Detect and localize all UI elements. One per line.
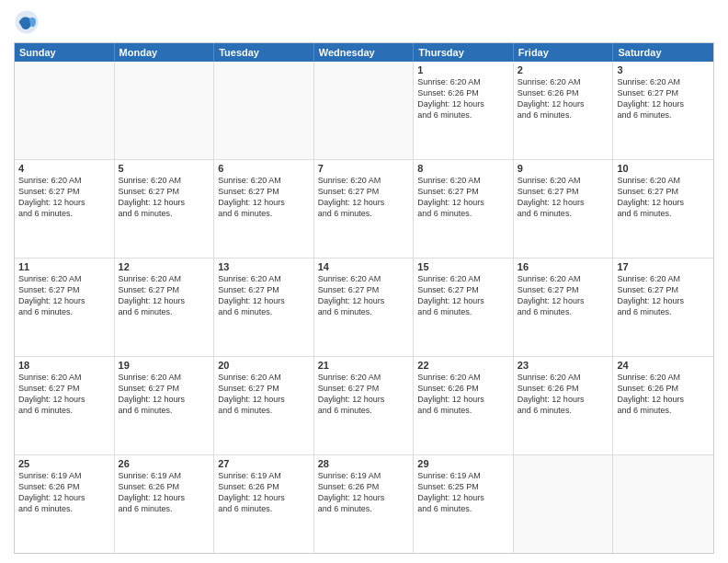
calendar-cell — [214, 62, 314, 159]
day-number: 26 — [119, 458, 210, 469]
day-number: 16 — [518, 261, 609, 272]
day-number: 27 — [218, 458, 310, 469]
day-info: Sunrise: 6:20 AM Sunset: 6:27 PM Dayligh… — [617, 175, 710, 220]
day-info: Sunrise: 6:20 AM Sunset: 6:27 PM Dayligh… — [318, 372, 410, 417]
calendar-day-header: Saturday — [613, 43, 713, 62]
day-number: 18 — [18, 360, 110, 371]
day-info: Sunrise: 6:20 AM Sunset: 6:27 PM Dayligh… — [18, 273, 110, 318]
day-info: Sunrise: 6:20 AM Sunset: 6:27 PM Dayligh… — [18, 175, 110, 220]
day-number: 10 — [617, 163, 710, 174]
day-info: Sunrise: 6:19 AM Sunset: 6:26 PM Dayligh… — [218, 470, 310, 515]
day-info: Sunrise: 6:20 AM Sunset: 6:27 PM Dayligh… — [417, 175, 509, 220]
day-number: 21 — [318, 360, 410, 371]
calendar-day-header: Thursday — [414, 43, 514, 62]
day-info: Sunrise: 6:20 AM Sunset: 6:27 PM Dayligh… — [617, 273, 710, 318]
day-number: 14 — [318, 261, 410, 272]
calendar-cell: 1Sunrise: 6:20 AM Sunset: 6:26 PM Daylig… — [414, 62, 514, 159]
day-info: Sunrise: 6:20 AM Sunset: 6:27 PM Dayligh… — [119, 372, 210, 417]
calendar-cell — [314, 62, 415, 159]
day-info: Sunrise: 6:20 AM Sunset: 6:27 PM Dayligh… — [518, 175, 609, 220]
day-info: Sunrise: 6:20 AM Sunset: 6:27 PM Dayligh… — [218, 372, 310, 417]
day-number: 13 — [218, 261, 310, 272]
calendar-cell: 23Sunrise: 6:20 AM Sunset: 6:26 PM Dayli… — [514, 357, 614, 454]
day-info: Sunrise: 6:20 AM Sunset: 6:26 PM Dayligh… — [417, 76, 509, 121]
calendar-cell: 27Sunrise: 6:19 AM Sunset: 6:26 PM Dayli… — [214, 455, 314, 553]
calendar-cell: 24Sunrise: 6:20 AM Sunset: 6:26 PM Dayli… — [613, 357, 713, 454]
calendar-cell — [15, 62, 115, 159]
day-info: Sunrise: 6:20 AM Sunset: 6:27 PM Dayligh… — [318, 175, 410, 220]
calendar-cell: 18Sunrise: 6:20 AM Sunset: 6:27 PM Dayli… — [15, 357, 115, 454]
day-info: Sunrise: 6:19 AM Sunset: 6:26 PM Dayligh… — [318, 470, 410, 515]
day-info: Sunrise: 6:20 AM Sunset: 6:27 PM Dayligh… — [617, 76, 710, 121]
calendar-day-header: Monday — [115, 43, 215, 62]
day-number: 5 — [119, 163, 210, 174]
calendar-cell: 3Sunrise: 6:20 AM Sunset: 6:27 PM Daylig… — [613, 62, 713, 159]
day-number: 9 — [518, 163, 609, 174]
day-info: Sunrise: 6:20 AM Sunset: 6:27 PM Dayligh… — [18, 372, 110, 417]
day-number: 28 — [318, 458, 410, 469]
calendar-cell: 16Sunrise: 6:20 AM Sunset: 6:27 PM Dayli… — [514, 259, 614, 356]
calendar-cell: 25Sunrise: 6:19 AM Sunset: 6:26 PM Dayli… — [15, 455, 115, 553]
calendar-cell: 9Sunrise: 6:20 AM Sunset: 6:27 PM Daylig… — [514, 160, 614, 258]
calendar-cell: 17Sunrise: 6:20 AM Sunset: 6:27 PM Dayli… — [613, 259, 713, 356]
day-info: Sunrise: 6:20 AM Sunset: 6:26 PM Dayligh… — [417, 372, 509, 417]
day-info: Sunrise: 6:20 AM Sunset: 6:26 PM Dayligh… — [617, 372, 710, 417]
day-number: 22 — [417, 360, 509, 371]
day-number: 17 — [617, 261, 710, 272]
day-info: Sunrise: 6:20 AM Sunset: 6:26 PM Dayligh… — [518, 372, 609, 417]
calendar-cell: 26Sunrise: 6:19 AM Sunset: 6:26 PM Dayli… — [115, 455, 215, 553]
calendar-cell: 12Sunrise: 6:20 AM Sunset: 6:27 PM Dayli… — [115, 259, 215, 356]
day-number: 7 — [318, 163, 410, 174]
day-number: 12 — [119, 261, 210, 272]
calendar-row: 4Sunrise: 6:20 AM Sunset: 6:27 PM Daylig… — [15, 159, 713, 258]
calendar-day-header: Sunday — [15, 43, 115, 62]
day-info: Sunrise: 6:19 AM Sunset: 6:26 PM Dayligh… — [18, 470, 110, 515]
calendar-cell — [514, 455, 614, 553]
day-number: 25 — [18, 458, 110, 469]
day-info: Sunrise: 6:20 AM Sunset: 6:27 PM Dayligh… — [318, 273, 410, 318]
calendar-cell: 15Sunrise: 6:20 AM Sunset: 6:27 PM Dayli… — [414, 259, 514, 356]
calendar-row: 25Sunrise: 6:19 AM Sunset: 6:26 PM Dayli… — [15, 454, 713, 553]
day-number: 3 — [617, 64, 710, 75]
calendar-body: 1Sunrise: 6:20 AM Sunset: 6:26 PM Daylig… — [15, 62, 713, 553]
day-number: 23 — [518, 360, 609, 371]
day-info: Sunrise: 6:19 AM Sunset: 6:25 PM Dayligh… — [417, 470, 509, 515]
day-number: 4 — [18, 163, 110, 174]
calendar-day-header: Tuesday — [214, 43, 314, 62]
day-number: 29 — [417, 458, 509, 469]
calendar-row: 1Sunrise: 6:20 AM Sunset: 6:26 PM Daylig… — [15, 62, 713, 159]
calendar-cell: 22Sunrise: 6:20 AM Sunset: 6:26 PM Dayli… — [414, 357, 514, 454]
calendar-cell: 20Sunrise: 6:20 AM Sunset: 6:27 PM Dayli… — [214, 357, 314, 454]
calendar-cell: 8Sunrise: 6:20 AM Sunset: 6:27 PM Daylig… — [414, 160, 514, 258]
logo-icon — [14, 9, 40, 35]
day-info: Sunrise: 6:20 AM Sunset: 6:27 PM Dayligh… — [518, 273, 609, 318]
day-info: Sunrise: 6:20 AM Sunset: 6:27 PM Dayligh… — [218, 273, 310, 318]
calendar-cell: 21Sunrise: 6:20 AM Sunset: 6:27 PM Dayli… — [314, 357, 415, 454]
day-number: 8 — [417, 163, 509, 174]
day-number: 19 — [119, 360, 210, 371]
logo — [14, 9, 43, 35]
day-info: Sunrise: 6:20 AM Sunset: 6:27 PM Dayligh… — [218, 175, 310, 220]
calendar-cell: 19Sunrise: 6:20 AM Sunset: 6:27 PM Dayli… — [115, 357, 215, 454]
day-number: 15 — [417, 261, 509, 272]
calendar-cell: 4Sunrise: 6:20 AM Sunset: 6:27 PM Daylig… — [15, 160, 115, 258]
day-info: Sunrise: 6:19 AM Sunset: 6:26 PM Dayligh… — [119, 470, 210, 515]
calendar-cell: 28Sunrise: 6:19 AM Sunset: 6:26 PM Dayli… — [314, 455, 415, 553]
calendar-cell: 13Sunrise: 6:20 AM Sunset: 6:27 PM Dayli… — [214, 259, 314, 356]
day-info: Sunrise: 6:20 AM Sunset: 6:27 PM Dayligh… — [119, 273, 210, 318]
calendar: SundayMondayTuesdayWednesdayThursdayFrid… — [14, 42, 714, 554]
calendar-cell: 14Sunrise: 6:20 AM Sunset: 6:27 PM Dayli… — [314, 259, 415, 356]
calendar-cell: 10Sunrise: 6:20 AM Sunset: 6:27 PM Dayli… — [613, 160, 713, 258]
calendar-row: 18Sunrise: 6:20 AM Sunset: 6:27 PM Dayli… — [15, 356, 713, 454]
day-number: 20 — [218, 360, 310, 371]
day-number: 1 — [417, 64, 509, 75]
calendar-cell — [613, 455, 713, 553]
calendar-cell: 5Sunrise: 6:20 AM Sunset: 6:27 PM Daylig… — [115, 160, 215, 258]
page-header — [14, 9, 714, 35]
day-number: 11 — [18, 261, 110, 272]
calendar-day-header: Friday — [514, 43, 614, 62]
day-info: Sunrise: 6:20 AM Sunset: 6:27 PM Dayligh… — [119, 175, 210, 220]
calendar-cell: 29Sunrise: 6:19 AM Sunset: 6:25 PM Dayli… — [414, 455, 514, 553]
calendar-header: SundayMondayTuesdayWednesdayThursdayFrid… — [15, 43, 713, 62]
day-number: 6 — [218, 163, 310, 174]
